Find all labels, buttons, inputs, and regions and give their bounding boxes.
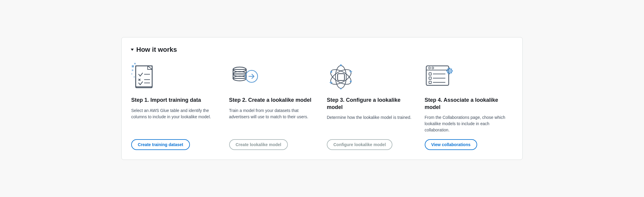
step-3-desc: Determine how the lookalike model is tra… (327, 114, 415, 133)
svg-rect-9 (131, 73, 132, 75)
step-3-icon (327, 62, 415, 92)
svg-point-25 (340, 88, 342, 89)
collapse-icon[interactable] (131, 49, 134, 51)
svg-rect-7 (132, 69, 133, 71)
step-2: Step 2. Create a lookalike model Train a… (229, 62, 318, 150)
step-1-desc: Select an AWS Glue table and identify th… (131, 107, 220, 133)
create-lookalike-model-button[interactable]: Create lookalike model (229, 139, 288, 150)
svg-rect-47 (451, 68, 452, 70)
svg-point-23 (350, 81, 352, 82)
step-2-title: Step 2. Create a lookalike model (229, 97, 318, 104)
svg-rect-6 (132, 65, 134, 67)
step-3: Step 3. Configure a lookalike model Dete… (327, 62, 415, 150)
step-3-title: Step 3. Configure a lookalike model (327, 97, 415, 111)
step-4: Step 4. Associate a lookalike model From… (425, 62, 513, 150)
panel-header: How it works (131, 46, 513, 54)
step-4-title: Step 4. Associate a lookalike model (425, 97, 513, 111)
step-2-desc: Train a model from your datasets that ad… (229, 107, 318, 133)
svg-rect-34 (429, 73, 431, 75)
step-4-icon (425, 62, 513, 92)
svg-rect-44 (446, 70, 448, 72)
how-it-works-panel: How it works (121, 37, 523, 160)
svg-point-22 (330, 71, 332, 73)
step-1-title: Step 1. Import training data (131, 97, 220, 104)
svg-point-20 (328, 66, 353, 87)
svg-rect-38 (429, 81, 431, 84)
step-4-desc: From the Collaborations page, chose whic… (425, 114, 513, 133)
svg-rect-45 (451, 70, 453, 72)
view-collaborations-button[interactable]: View collaborations (425, 139, 477, 150)
svg-rect-8 (134, 63, 136, 64)
svg-rect-0 (136, 66, 152, 87)
step-2-icon (229, 62, 318, 92)
configure-lookalike-model-button[interactable]: Configure lookalike model (327, 139, 392, 150)
svg-rect-36 (429, 77, 431, 79)
svg-point-24 (340, 64, 342, 66)
step-1-icon (131, 62, 220, 92)
svg-rect-43 (449, 73, 450, 74)
svg-rect-18 (338, 74, 344, 81)
svg-point-33 (432, 67, 434, 69)
steps-grid: Step 1. Import training data Select an A… (131, 62, 513, 150)
svg-rect-10 (134, 76, 135, 78)
svg-point-19 (328, 66, 353, 87)
step-1: Step 1. Import training data Select an A… (131, 62, 220, 150)
svg-rect-42 (449, 68, 450, 69)
svg-point-32 (429, 67, 430, 69)
create-training-dataset-button[interactable]: Create training dataset (131, 139, 190, 150)
svg-rect-49 (451, 72, 452, 74)
panel-title: How it works (136, 46, 177, 54)
svg-point-41 (449, 70, 451, 72)
